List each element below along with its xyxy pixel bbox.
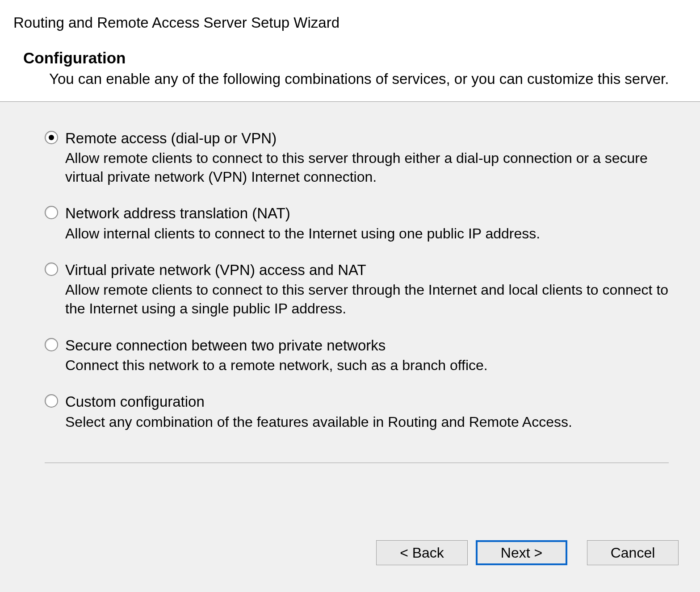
wizard-window: Routing and Remote Access Server Setup W… [0, 0, 700, 592]
window-title: Routing and Remote Access Server Setup W… [0, 0, 700, 36]
page-heading: Configuration [22, 49, 678, 67]
option-vpn-nat: Virtual private network (VPN) access and… [45, 261, 669, 318]
wizard-header: Configuration You can enable any of the … [0, 36, 700, 101]
back-button[interactable]: < Back [376, 540, 468, 565]
option-label[interactable]: Secure connection between two private ne… [65, 336, 669, 354]
option-label[interactable]: Network address translation (NAT) [65, 204, 669, 222]
radio-secure-connection[interactable] [45, 338, 59, 352]
next-button[interactable]: Next > [476, 540, 567, 565]
option-label[interactable]: Custom configuration [65, 392, 669, 411]
option-label[interactable]: Remote access (dial-up or VPN) [65, 129, 669, 147]
option-description: Allow remote clients to connect to this … [65, 149, 669, 186]
wizard-button-row: < Back Next > Cancel [0, 522, 700, 592]
content-divider [45, 463, 669, 463]
page-description: You can enable any of the following comb… [22, 70, 678, 89]
radio-remote-access[interactable] [45, 131, 59, 145]
option-custom: Custom configuration Select any combinat… [45, 392, 669, 431]
option-description: Allow internal clients to connect to the… [65, 225, 669, 243]
radio-vpn-nat[interactable] [45, 263, 59, 277]
option-description: Select any combination of the features a… [65, 413, 669, 432]
option-description: Connect this network to a remote network… [65, 356, 669, 375]
cancel-button[interactable]: Cancel [587, 540, 679, 565]
option-secure-connection: Secure connection between two private ne… [45, 336, 669, 375]
option-nat: Network address translation (NAT) Allow … [45, 204, 669, 243]
option-label[interactable]: Virtual private network (VPN) access and… [65, 261, 669, 279]
option-description: Allow remote clients to connect to this … [65, 281, 669, 318]
option-remote-access: Remote access (dial-up or VPN) Allow rem… [45, 129, 669, 186]
radio-nat[interactable] [45, 206, 59, 220]
options-area: Remote access (dial-up or VPN) Allow rem… [0, 102, 700, 522]
radio-custom[interactable] [45, 394, 59, 409]
